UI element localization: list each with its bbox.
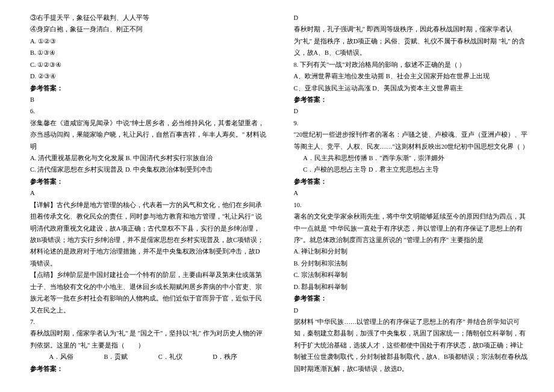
- q7-opt-a: A．风俗: [40, 351, 73, 362]
- answer-label-6: 参考答案：: [30, 176, 267, 187]
- q7-options: A．风俗 B．贡赋 C．礼仪 D．秩序: [30, 351, 267, 362]
- q10-stem: 著名的文化史学家余秋雨先生，将中华文明能够延续至今的原因归结为四点，其中一点就是…: [294, 211, 531, 246]
- q6-stem: 张集馨在《道咸宦海见闻录》中说"绅士居乡者，必当维持风化，其耆老望重者，亦当感动…: [30, 117, 267, 152]
- q6-explanation-tip: 【点睛】乡绅阶层是中国封建社会一个特有的阶层，主要由科举及第未仕或落第士子、当地…: [30, 269, 267, 316]
- q8-options-row2: C、亚非民族民主运动高涨 D、美国成为资本主义世界霸主: [294, 82, 531, 94]
- answer-label-9: 参考答案：: [294, 176, 531, 187]
- answer-label-8: 参考答案：: [294, 94, 531, 105]
- answer-10: D: [294, 305, 531, 316]
- q7-explanation: 春秋时期，孔子强调"礼" 即西周等级秩序，因此春秋战国时期，儒家学者认为"礼" …: [294, 23, 531, 58]
- q9-options-row1: A．民主共和思想传播 B．"西学东渐"，崇洋媚外: [294, 152, 531, 164]
- q10-opt-c: C. 宗法制和科举制: [294, 269, 531, 281]
- answer-label-7: 参考答案：: [30, 363, 267, 375]
- q5-opt4: ④身穿白袍，象征一身清白、刚正不阿: [30, 23, 267, 35]
- q8-options-row1: A、欧洲世界霸主地位发生动摇 B、社会主义国家开始在世界上出现: [294, 70, 531, 82]
- q7-opt-d: D．秩序: [204, 351, 237, 362]
- q5-choice-c: C. ①②③④: [30, 59, 267, 70]
- q6-explanation-detail: 【详解】古代乡绅是地方管理的核心，代表着一方的风气和文化，他们在乡间承担着传承文…: [30, 199, 267, 270]
- q9-number: 9.: [294, 117, 531, 129]
- q6-options-row2: C. 清代儒家思想在乡村实现普及 D. 中央集权政治体制受到冲击: [30, 164, 267, 175]
- q10-opt-a: A. 禅让制和分封制: [294, 246, 531, 257]
- q10-number: 10.: [294, 199, 531, 211]
- answer-7: D: [294, 12, 531, 23]
- answer-6: A: [30, 187, 267, 199]
- q9-options-row2: C．卢梭的思想占主导 D．君主立宪思想占主导: [294, 164, 531, 175]
- q7-stem: 春秋战国时期，儒家学者认为"礼" 是 "国之干"，坚持以"礼" 作为对历史人物的…: [30, 328, 267, 351]
- q10-opt-d: D. 郡县制和科举制: [294, 281, 531, 293]
- q10-explanation-a: 据材料 "中华民族……以管理上的有序保证了思想上的有序" 并结合所学知识可知，秦…: [294, 316, 531, 375]
- q5-opt3: ③右手提天平，象征公平裁判、人人平等: [30, 12, 267, 23]
- q7-opt-b: B．贡赋: [95, 351, 128, 362]
- q10-opt-b: B. 分封制和宗法制: [294, 258, 531, 269]
- q5-choice-b: B. ①③④: [30, 47, 267, 58]
- answer-label-5: 参考答案：: [30, 82, 267, 94]
- answer-label-10: 参考答案：: [294, 293, 531, 304]
- q6-number: 6.: [30, 105, 267, 117]
- q6-options-row1: A. 清代重视基层教化与文化发展 B. 中国清代乡村实行宗族自治: [30, 152, 267, 164]
- answer-9: A: [294, 187, 531, 199]
- answer-5: B: [30, 94, 267, 105]
- q7-number: 7.: [30, 316, 267, 328]
- q8-stem: 8. 下列有关"一战"对政治格局的影响，叙述不正确的是（ ）: [294, 59, 531, 70]
- q5-choice-a: A. ①②③: [30, 36, 267, 47]
- q9-stem: "20世纪初一些进步报刊作者的署名：卢骚之徒、卢梭魂、亚卢（亚洲卢梭）、平等阁主…: [294, 129, 531, 152]
- q5-choice-d: D. ②③④: [30, 70, 267, 82]
- q7-opt-c: C．礼仪: [149, 351, 182, 362]
- answer-8: D: [294, 105, 531, 117]
